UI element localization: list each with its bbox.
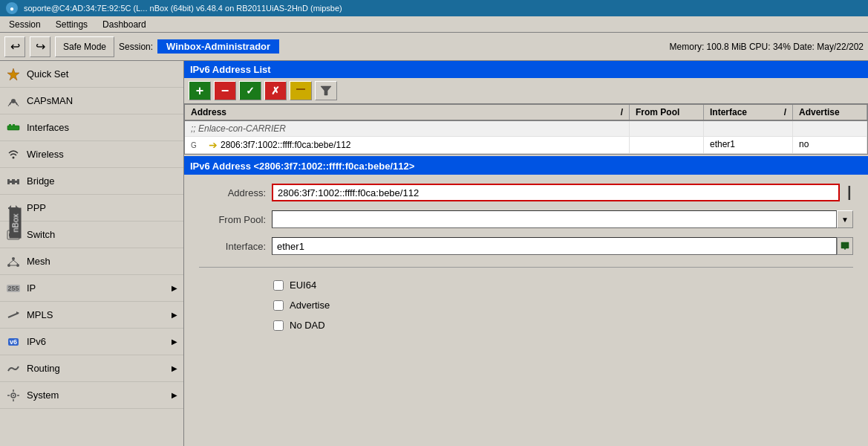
- filter-button[interactable]: [315, 81, 337, 100]
- svg-point-17: [12, 257, 15, 260]
- menu-session[interactable]: Session: [3, 18, 47, 31]
- svg-line-21: [13, 260, 18, 264]
- wireless-icon: [6, 147, 21, 162]
- sidebar-label-ip: IP: [27, 282, 166, 294]
- nbox-tab: nBox: [10, 207, 22, 238]
- sidebar-item-wireless[interactable]: Wireless: [0, 141, 183, 168]
- svg-line-20: [9, 260, 13, 264]
- interface-label: Interface:: [199, 241, 266, 252]
- svg-point-19: [16, 264, 19, 267]
- group-address-cell: ;; Enlace-con-CARRIER: [185, 121, 630, 136]
- table-row[interactable]: G ➔ 2806:3f7:1002::ffff:f0ca:bebe/112 et…: [185, 137, 867, 154]
- session-label: Session:: [119, 42, 153, 52]
- table-header: Address / From Pool Interface / Advertis…: [185, 105, 867, 121]
- svg-point-26: [13, 395, 14, 396]
- sidebar-item-system[interactable]: System ▶: [0, 382, 183, 409]
- nodad-row: No DAD: [199, 320, 853, 331]
- dialog-body: Address: ┃ From Pool: ▼ Interf: [184, 175, 868, 340]
- address-label: Address:: [199, 187, 266, 198]
- sidebar-item-ppp[interactable]: PPP: [0, 195, 183, 222]
- mesh-icon: [6, 254, 21, 269]
- sidebar-label-mpls: MPLS: [27, 309, 166, 320]
- app-icon: ●: [6, 2, 18, 14]
- svg-rect-3: [9, 124, 11, 126]
- main-toolbar: ↩ ↪ Safe Mode Session: Winbox-Administra…: [0, 33, 868, 61]
- add-button[interactable]: +: [189, 81, 211, 100]
- redo-button[interactable]: ↪: [30, 36, 50, 57]
- sidebar-item-quick-set[interactable]: Quick Set: [0, 61, 183, 88]
- sidebar-item-ip[interactable]: 255 IP ▶: [0, 275, 183, 302]
- sidebar-label-wireless: Wireless: [27, 149, 177, 160]
- sidebar-label-mesh: Mesh: [27, 256, 177, 267]
- svg-marker-34: [841, 242, 849, 250]
- address-input[interactable]: [272, 184, 840, 201]
- from-pool-input[interactable]: [272, 210, 837, 228]
- comment-button[interactable]: [290, 81, 312, 100]
- title-text: soporte@C4:AD:34:7E:92:5C (L... nBox (64…: [24, 4, 342, 13]
- undo-button[interactable]: ↩: [4, 36, 25, 57]
- sidebar: Quick Set CAPsMAN Interfaces Wireless Br: [0, 61, 184, 446]
- sidebar-item-switch[interactable]: Switch: [0, 222, 183, 248]
- sidebar-item-bridge[interactable]: Bridge: [0, 168, 183, 195]
- sidebar-label-system: System: [27, 390, 166, 401]
- mpls-icon: [6, 308, 21, 323]
- svg-point-5: [13, 156, 15, 158]
- col-address: Address /: [185, 105, 630, 120]
- menu-settings[interactable]: Settings: [50, 18, 94, 31]
- eui64-row: EUI64: [199, 279, 853, 291]
- advertise-cell: no: [793, 137, 867, 153]
- interface-input[interactable]: [272, 237, 837, 255]
- sidebar-item-capsman[interactable]: CAPsMAN: [0, 88, 183, 114]
- sidebar-item-mpls[interactable]: MPLS ▶: [0, 302, 183, 329]
- bridge-icon: [6, 174, 21, 189]
- sidebar-item-routing[interactable]: Routing ▶: [0, 355, 183, 382]
- advertise-checkbox[interactable]: [273, 300, 284, 311]
- interface-cell: ether1: [704, 137, 793, 153]
- col-from-pool: From Pool: [630, 105, 704, 120]
- content-area: IPv6 Address List + − ✓ ✗ Address / From…: [184, 61, 868, 446]
- nbox-label: nBox: [11, 213, 20, 232]
- remove-button[interactable]: −: [214, 81, 236, 100]
- from-pool-dropdown[interactable]: ▼: [837, 210, 853, 228]
- eui64-checkbox[interactable]: [273, 280, 284, 291]
- disable-button[interactable]: ✗: [264, 81, 287, 100]
- eui64-label[interactable]: EUI64: [290, 279, 316, 291]
- row-flag: G: [191, 141, 206, 149]
- col-advertise: Advertise: [793, 105, 867, 120]
- sidebar-label-ipv6: IPv6: [27, 336, 166, 347]
- capsman-icon: [6, 94, 21, 109]
- routing-arrow: ▶: [172, 364, 177, 372]
- svg-rect-9: [12, 179, 15, 184]
- svg-rect-32: [296, 88, 305, 90]
- sidebar-item-interfaces[interactable]: Interfaces: [0, 114, 183, 141]
- sidebar-label-interfaces: Interfaces: [27, 122, 177, 133]
- nodad-checkbox[interactable]: [273, 320, 284, 331]
- safe-mode-button[interactable]: Safe Mode: [55, 36, 114, 57]
- enable-button[interactable]: ✓: [239, 81, 261, 100]
- sidebar-label-capsman: CAPsMAN: [27, 95, 177, 106]
- nodad-label[interactable]: No DAD: [290, 320, 325, 331]
- table-row[interactable]: ;; Enlace-con-CARRIER: [185, 121, 867, 137]
- sidebar-item-ipv6[interactable]: v6 IPv6 ▶: [0, 329, 183, 355]
- ipv6-arrow: ▶: [172, 337, 177, 346]
- menu-dashboard[interactable]: Dashboard: [97, 18, 152, 31]
- ip-arrow: ▶: [172, 284, 177, 292]
- mpls-arrow: ▶: [172, 311, 177, 319]
- sidebar-label-ppp: PPP: [27, 202, 177, 213]
- row-indicator: ➔: [209, 139, 218, 151]
- svg-rect-8: [17, 179, 19, 184]
- dialog-container: IPv6 Address <2806:3f7:1002::ffff:f0ca:b…: [184, 156, 868, 340]
- pool-cell: [630, 137, 704, 153]
- ipv6-list-header: IPv6 Address List: [184, 61, 868, 78]
- sidebar-label-routing: Routing: [27, 363, 166, 374]
- sidebar-item-mesh[interactable]: Mesh: [0, 248, 183, 275]
- svg-rect-4: [13, 124, 15, 126]
- status-bar: Memory: 100.8 MiB CPU: 34% Date: May/22/…: [670, 42, 864, 52]
- svg-point-18: [7, 264, 10, 267]
- divider: [199, 267, 853, 268]
- interface-dropdown[interactable]: [837, 237, 853, 255]
- session-value: Winbox-Administrador: [157, 39, 279, 54]
- svg-rect-2: [7, 126, 19, 130]
- ipv6-table: Address / From Pool Interface / Advertis…: [184, 104, 868, 155]
- advertise-label[interactable]: Advertise: [290, 300, 330, 311]
